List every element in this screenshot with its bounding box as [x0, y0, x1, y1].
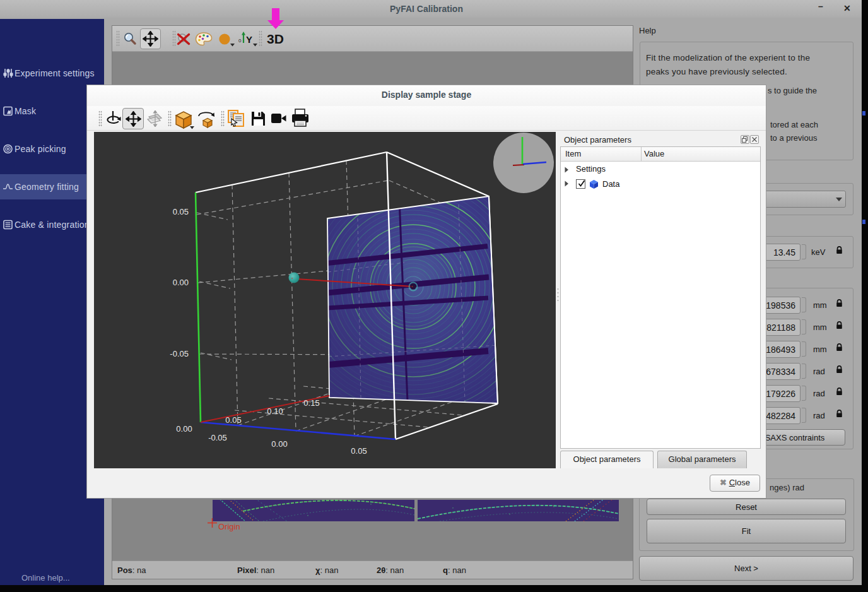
- svg-text:0.15: 0.15: [303, 398, 319, 408]
- svg-text:-0.05: -0.05: [208, 433, 227, 442]
- svg-text:0.10: 0.10: [267, 406, 283, 416]
- svg-text:0.05: 0.05: [351, 446, 367, 456]
- svg-text:0.05: 0.05: [225, 415, 241, 425]
- svg-text:0.00: 0.00: [173, 278, 189, 287]
- svg-text:0.00: 0.00: [176, 424, 192, 434]
- svg-text:0: 0: [238, 38, 242, 44]
- svg-text:-0.05: -0.05: [170, 349, 189, 358]
- svg-text:0.00: 0.00: [271, 439, 287, 449]
- svg-text:0.05: 0.05: [173, 207, 189, 216]
- svg-text:Y: Y: [246, 34, 252, 45]
